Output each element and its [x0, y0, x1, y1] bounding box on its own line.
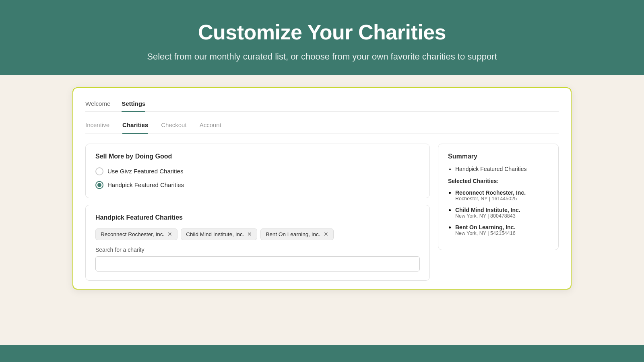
summary-title: Summary: [448, 153, 549, 160]
radio-handpick[interactable]: Handpick Featured Charities: [95, 181, 420, 189]
charity-search-input[interactable]: [95, 256, 420, 272]
summary-charity-child-mind: Child Mind Institute, Inc. New York, NY …: [455, 206, 549, 219]
summary-card: Summary Handpick Featured Charities Sele…: [438, 144, 559, 250]
card-wrapper: Welcome Settings Incentive Charities Che…: [0, 75, 644, 345]
hero-section: Customize Your Charities Select from our…: [0, 0, 644, 75]
tag-reconnect-label: Reconnect Rochester, Inc.: [101, 231, 164, 237]
summary-charity-list: Reconnect Rochester, Inc. Rochester, NY …: [448, 189, 549, 236]
hero-title: Customize Your Charities: [8, 20, 636, 44]
summary-item-handpick: Handpick Featured Charities: [455, 166, 549, 172]
radio-label-givz: Use Givz Featured Charities: [107, 168, 183, 175]
main-card: Welcome Settings Incentive Charities Che…: [72, 87, 572, 290]
sub-tabs: Incentive Charities Checkout Account: [85, 121, 559, 134]
summary-charity-bent: Bent On Learning, Inc. New York, NY | 54…: [455, 224, 549, 236]
tag-child-mind: Child Mind Institute, Inc. ✕: [181, 228, 257, 240]
radio-label-handpick: Handpick Featured Charities: [107, 181, 184, 188]
subtab-charities[interactable]: Charities: [122, 121, 148, 134]
selected-charities-title: Selected Charities:: [448, 178, 549, 184]
tag-child-mind-label: Child Mind Institute, Inc.: [186, 231, 244, 237]
top-tabs: Welcome Settings: [85, 100, 559, 112]
charity-name-child-mind: Child Mind Institute, Inc.: [455, 207, 549, 213]
summary-list: Handpick Featured Charities: [448, 166, 549, 172]
tag-bent-label: Bent On Learning, Inc.: [266, 231, 320, 237]
subtab-incentive[interactable]: Incentive: [85, 121, 109, 134]
tab-settings[interactable]: Settings: [122, 100, 145, 112]
handpick-title: Handpick Featured Charities: [95, 214, 420, 221]
search-label: Search for a charity: [95, 247, 420, 253]
handpick-card: Handpick Featured Charities Reconnect Ro…: [85, 205, 430, 281]
charity-name-reconnect: Reconnect Rochester, Inc.: [455, 189, 549, 196]
left-panel: Sell More by Doing Good Use Givz Feature…: [85, 144, 430, 281]
charity-detail-reconnect: Rochester, NY | 161445025: [455, 196, 549, 202]
tag-reconnect-remove[interactable]: ✕: [167, 231, 172, 237]
radio-group: Use Givz Featured Charities Handpick Fea…: [95, 167, 420, 189]
summary-charity-reconnect: Reconnect Rochester, Inc. Rochester, NY …: [455, 189, 549, 202]
sell-more-card: Sell More by Doing Good Use Givz Feature…: [85, 144, 430, 198]
subtab-account[interactable]: Account: [200, 121, 221, 134]
content-area: Sell More by Doing Good Use Givz Feature…: [85, 144, 559, 281]
sell-more-title: Sell More by Doing Good: [95, 153, 420, 160]
radio-circle-handpick: [95, 181, 103, 189]
tags-container: Reconnect Rochester, Inc. ✕ Child Mind I…: [95, 228, 420, 240]
charity-detail-child-mind: New York, NY | 800478843: [455, 213, 549, 219]
charity-name-bent: Bent On Learning, Inc.: [455, 224, 549, 230]
subtab-checkout[interactable]: Checkout: [161, 121, 186, 134]
tag-bent-remove[interactable]: ✕: [324, 231, 328, 237]
radio-inner-handpick: [97, 183, 101, 187]
radio-use-givz[interactable]: Use Givz Featured Charities: [95, 167, 420, 175]
tag-child-mind-remove[interactable]: ✕: [247, 231, 252, 237]
tag-bent-on-learning: Bent On Learning, Inc. ✕: [260, 228, 333, 240]
charity-detail-bent: New York, NY | 542154416: [455, 230, 549, 236]
tag-reconnect: Reconnect Rochester, Inc. ✕: [95, 228, 178, 240]
right-panel: Summary Handpick Featured Charities Sele…: [438, 144, 559, 281]
hero-subtitle: Select from our monthly curated list, or…: [8, 51, 636, 63]
tab-welcome[interactable]: Welcome: [85, 100, 110, 112]
radio-circle-givz: [95, 167, 103, 175]
